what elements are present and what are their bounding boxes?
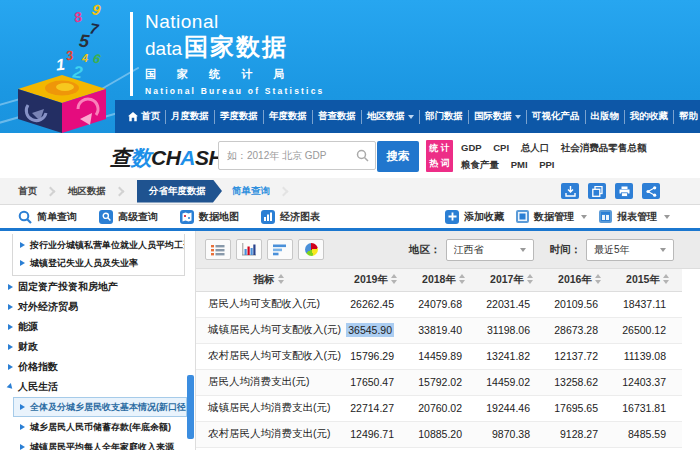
nav-item-departmental[interactable]: 部门数据 (419, 110, 468, 124)
table-cell[interactable]: 24079.68 (410, 291, 478, 317)
table-header-row: 指标 2019年 2018年 2017年 2016年 2015年 (196, 269, 682, 291)
tree-item-urban-income-source[interactable]: 城镇居民平均每人全年家庭收入来源 (13, 437, 195, 450)
hot-word-link[interactable]: GDP (461, 142, 482, 153)
nav-item-visualization[interactable]: 可视化产品 (526, 110, 585, 124)
column-header-2019[interactable]: 2019年 (342, 269, 410, 291)
hot-word-link[interactable]: CPI (493, 142, 509, 153)
tree-item-price-index[interactable]: 价格指数 (0, 357, 195, 377)
hbar-chart-button[interactable] (267, 239, 293, 260)
table-cell[interactable]: 10885.20 (410, 421, 478, 447)
table-cell[interactable]: 22714.27 (342, 395, 410, 421)
breadcrumb-home[interactable]: 首页 (18, 185, 37, 198)
table-cell[interactable]: 13258.62 (546, 369, 614, 395)
nav-item-help[interactable]: 帮助 (673, 110, 700, 124)
table-cell[interactable]: 22031.45 (478, 291, 546, 317)
simple-query-button[interactable]: 简单查询 (18, 210, 77, 224)
nav-item-favorites[interactable]: 我的收藏 (624, 110, 673, 124)
table-cell[interactable]: 28673.28 (546, 317, 614, 343)
sidebar-scrollbar-thumb[interactable] (187, 375, 194, 439)
column-header-2017[interactable]: 2017年 (478, 269, 546, 291)
column-header-2016[interactable]: 2016年 (546, 269, 614, 291)
chevron-down-icon (515, 115, 521, 119)
time-select[interactable]: 最近5年 (586, 239, 674, 261)
bar-chart-button[interactable] (236, 239, 262, 260)
advanced-query-button[interactable]: 高级查询 (99, 210, 158, 224)
hot-word-link[interactable]: 社会消费品零售总额 (561, 142, 647, 153)
table-cell[interactable]: 14459.02 (478, 369, 546, 395)
nav-item-publications[interactable]: 出版物 (585, 110, 625, 124)
magnifier-icon[interactable] (356, 149, 369, 162)
print-button[interactable] (615, 183, 633, 199)
table-cell[interactable]: 20760.02 (410, 395, 478, 421)
nav-item-international[interactable]: 国际数据 (468, 110, 526, 124)
nav-item-census[interactable]: 普查数据 (312, 110, 361, 124)
tree-item-fixed-assets[interactable]: 固定资产投资和房地产 (0, 277, 195, 297)
copy-button[interactable] (588, 183, 606, 199)
column-header-2015[interactable]: 2015年 (614, 269, 682, 291)
nav-item-monthly[interactable]: 月度数据 (165, 110, 214, 124)
share-button[interactable] (642, 183, 660, 199)
tree-item-savings-deposit[interactable]: 城乡居民人民币储蓄存款(年底余额) (13, 417, 195, 437)
table-cell[interactable]: 16731.81 (614, 395, 682, 421)
pie-chart-button[interactable] (298, 239, 324, 260)
table-cell[interactable]: 18437.11 (614, 291, 682, 317)
tree-item-finance[interactable]: 财政 (0, 337, 195, 357)
add-favorite-button[interactable]: 添加收藏 (445, 210, 504, 224)
table-cell[interactable]: 33819.40 (410, 317, 478, 343)
table-cell[interactable]: 19244.46 (478, 395, 546, 421)
table-cell-highlighted[interactable]: 36545.90 (342, 317, 410, 343)
report-manage-button[interactable]: 报表管理 (599, 210, 670, 224)
nav-item-annual[interactable]: 年度数据 (263, 110, 312, 124)
table-cell[interactable]: 20109.56 (546, 291, 614, 317)
data-map-button[interactable]: 数据地图 (180, 210, 239, 224)
table-cell[interactable]: 9128.27 (546, 421, 614, 447)
table-cell[interactable]: 26262.45 (342, 291, 410, 317)
tree-arrow-icon (20, 444, 25, 450)
column-header-indicator[interactable]: 指标 (196, 269, 342, 291)
hot-word-link[interactable]: 粮食产量 (461, 159, 499, 170)
economic-chart-button[interactable]: 经济图表 (261, 210, 320, 224)
search-input[interactable] (219, 142, 375, 169)
nav-item-quarterly[interactable]: 季度数据 (214, 110, 263, 124)
table-cell[interactable]: 11139.08 (614, 343, 682, 369)
table-cell[interactable]: 26500.12 (614, 317, 682, 343)
tree-item-foreign-trade[interactable]: 对外经济贸易 (0, 297, 195, 317)
tree-item-energy[interactable]: 能源 (0, 317, 195, 337)
table-cell[interactable]: 12403.37 (614, 369, 682, 395)
nav-item-regional[interactable]: 地区数据 (361, 110, 419, 124)
tree-item-people-life[interactable]: 人民生活 (0, 377, 195, 397)
breadcrumb-simple-query[interactable]: 简单查询 (232, 185, 270, 198)
tree-arrow-icon (20, 260, 25, 266)
tree-arrow-icon (8, 284, 13, 290)
nav-item-home[interactable]: 首页 (123, 110, 165, 124)
table-cell[interactable]: 12496.71 (342, 421, 410, 447)
tree-arrow-icon (8, 344, 13, 350)
hot-word-link[interactable]: PPI (539, 159, 554, 170)
table-cell[interactable]: 14459.89 (410, 343, 478, 369)
table-cell[interactable]: 15792.02 (410, 369, 478, 395)
table-cell[interactable]: 17650.47 (342, 369, 410, 395)
tree-item-income-expenditure-selected[interactable]: 全体及分城乡居民收支基本情况(新口径) (13, 397, 187, 417)
breadcrumb-regional-data[interactable]: 地区数据 (68, 185, 106, 198)
table-row: 城镇居民人均可支配收入(元) 36545.90 33819.40 31198.0… (196, 317, 682, 343)
data-manage-button[interactable]: 数据管理 (516, 210, 587, 224)
table-cell[interactable]: 8485.59 (614, 421, 682, 447)
download-button[interactable] (561, 183, 579, 199)
tree-item-registered-unemployment[interactable]: 城镇登记失业人员及失业率 (13, 254, 184, 272)
report-manage-icon (599, 210, 612, 223)
breadcrumb-provincial-annual[interactable]: 分省年度数据 (137, 180, 222, 203)
table-cell[interactable]: 31198.06 (478, 317, 546, 343)
search-button[interactable]: 搜索 (377, 141, 419, 172)
table-cell[interactable]: 17695.65 (546, 395, 614, 421)
column-header-2018[interactable]: 2018年 (410, 269, 478, 291)
national-data-page: 1 2 3 4 5 6 7 8 9 National data 国家数据 国 家… (0, 0, 700, 450)
hot-word-link[interactable]: PMI (511, 159, 528, 170)
region-select[interactable]: 江西省 (446, 239, 534, 261)
table-cell[interactable]: 15796.29 (342, 343, 410, 369)
hot-word-link[interactable]: 总人口 (521, 142, 550, 153)
table-cell[interactable]: 13241.82 (478, 343, 546, 369)
list-view-button[interactable] (205, 239, 231, 260)
table-cell[interactable]: 9870.38 (478, 421, 546, 447)
table-cell[interactable]: 12137.72 (546, 343, 614, 369)
tree-item-private-wages[interactable]: 按行业分城镇私营单位就业人员平均工资 (13, 236, 184, 254)
